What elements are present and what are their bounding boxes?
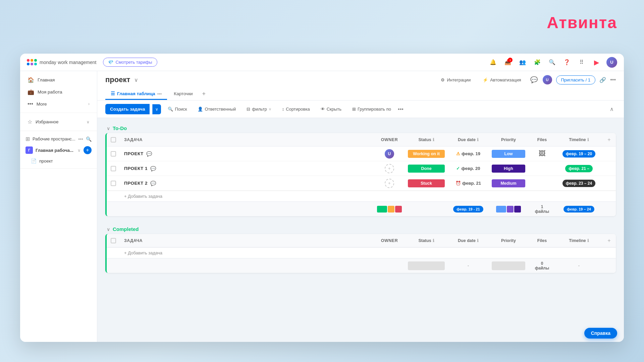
hide-button[interactable]: 👁 Скрыть — [317, 105, 345, 114]
header-status-label: Status — [418, 137, 431, 142]
row1-checkbox[interactable] — [111, 151, 116, 157]
completed-duedate-info-icon[interactable]: ℹ — [477, 238, 479, 243]
brand-name: Атвинта — [547, 14, 617, 32]
grid-icon[interactable]: ⠿ — [577, 58, 586, 67]
brand-watermark: Атвинта — [547, 13, 617, 32]
row3-chat-icon[interactable]: 💬 — [150, 181, 156, 186]
people-icon[interactable]: 👥 — [518, 58, 527, 67]
row3-timeline[interactable]: февр. 23 – 24 — [555, 180, 602, 187]
integrations-button[interactable]: ⚙ Интеграции — [437, 75, 475, 84]
add-tab-button[interactable]: + — [200, 88, 209, 100]
header-add[interactable]: + — [602, 137, 616, 143]
completed-select-all[interactable] — [111, 238, 116, 243]
row1-files[interactable]: 🖼 — [529, 150, 555, 158]
filter-dropdown-icon: ∨ — [269, 107, 271, 111]
search-icon[interactable]: 🔍 — [547, 58, 557, 67]
row1-timeline-badge: февр. 19 – 20 — [562, 150, 595, 158]
row2-check[interactable] — [107, 166, 120, 171]
search-workspaces-icon[interactable]: 🔍 — [86, 136, 92, 142]
status-info-icon[interactable]: ℹ — [433, 137, 434, 142]
user-avatar[interactable]: U — [606, 57, 617, 68]
view-plans-button[interactable]: 💎 Смотреть тарифы — [103, 58, 157, 67]
tab-cards[interactable]: Карточки — [168, 88, 198, 100]
files-count-label: 1 файлы — [535, 204, 549, 214]
sidebar-item-main-workspace[interactable]: Г Главная рабоча... ∨ + — [20, 144, 97, 156]
more-dots-workspaces[interactable]: ••• — [78, 136, 83, 142]
sidebar-item-workspaces[interactable]: ⊞ Рабочие пространс... ••• 🔍 — [20, 134, 97, 144]
completed-status-info-icon[interactable]: ℹ — [433, 238, 434, 243]
filter-button[interactable]: ⊟ фильтр ∨ — [243, 105, 275, 114]
home-icon: 🏠 — [28, 77, 34, 83]
row3-checkbox[interactable] — [111, 181, 116, 186]
row1-timeline[interactable]: февр. 19 – 20 — [555, 150, 602, 158]
duedate-info-icon[interactable]: ℹ — [477, 137, 479, 142]
brand-logo-icon[interactable]: ▶ — [592, 58, 601, 67]
row1-status[interactable]: Working on it — [405, 150, 448, 158]
tab-main-table[interactable]: ☰ Главная таблица ••• — [105, 88, 167, 100]
tab-more-icon[interactable]: ••• — [157, 91, 162, 96]
inbox-icon[interactable]: 📥 1 — [503, 58, 513, 67]
toolbar-more-icon[interactable]: ••• — [398, 106, 404, 112]
more-options-icon[interactable]: ••• — [610, 77, 616, 83]
header-priority: Priority — [488, 137, 529, 142]
project-dropdown-icon[interactable]: ∨ — [134, 77, 138, 83]
automation-button[interactable]: ⚡ Автоматизация — [479, 75, 525, 84]
project-header: проект ∨ ⚙ Интеграции ⚡ Автоматизация 💬 … — [97, 71, 624, 101]
group-todo-toggle[interactable]: ∨ — [107, 126, 110, 131]
sidebar-item-mywork[interactable]: 💼 Моя работа — [22, 86, 95, 98]
row2-timeline[interactable]: февр. 21 – — [555, 165, 602, 172]
row1-file-icon: 🖼 — [539, 150, 545, 158]
logo-area: monday work management — [27, 59, 96, 65]
row3-status[interactable]: Stuck — [405, 179, 448, 187]
sidebar-item-more[interactable]: ••• More › — [22, 98, 95, 110]
row2-checkbox[interactable] — [111, 166, 116, 171]
notification-bell-icon[interactable]: 🔔 — [488, 58, 498, 67]
group-by-button[interactable]: ⊞ Группировать по — [348, 105, 395, 114]
timeline-info-icon[interactable]: ℹ — [587, 137, 589, 142]
owner-button[interactable]: 👤 Ответственный — [194, 105, 240, 114]
collapse-button[interactable]: ∧ — [608, 104, 616, 114]
top-bar-icons: 🔔 📥 1 👥 🧩 🔍 ❓ ⠿ ▶ U — [488, 57, 617, 68]
add-task-row-completed[interactable]: + Добавить задача — [107, 247, 616, 258]
completed-header-check[interactable] — [107, 238, 120, 243]
help-icon[interactable]: ❓ — [562, 58, 572, 67]
sidebar-item-home[interactable]: 🏠 Главная — [22, 74, 95, 86]
row2-status[interactable]: Done — [405, 165, 448, 173]
select-all-checkbox[interactable] — [111, 137, 116, 142]
create-task-button[interactable]: Создать задача — [105, 104, 150, 114]
group-todo-title: To-Do — [113, 125, 127, 131]
row2-priority[interactable]: High — [488, 165, 529, 173]
create-task-dropdown-button[interactable]: ∨ — [152, 104, 161, 114]
search-button[interactable]: 🔍 Поиск — [164, 105, 191, 114]
completed-priority-summary — [488, 261, 529, 270]
row1-chat-icon[interactable]: 💬 — [146, 151, 152, 157]
row3-priority[interactable]: Medium — [488, 179, 529, 187]
main-table-label: Главная таблица — [117, 91, 155, 96]
row2-chat-icon[interactable]: 💬 — [150, 166, 156, 171]
add-workspace-button[interactable]: + — [84, 146, 92, 154]
completed-summary-row: - 0 файлы - — [107, 258, 616, 273]
priority-summary — [488, 206, 529, 213]
row3-check[interactable] — [107, 181, 120, 186]
row1-check[interactable] — [107, 151, 120, 157]
completed-header-task: Задача — [120, 238, 374, 243]
completed-header-add[interactable]: + — [602, 238, 616, 244]
sidebar-item-favorites[interactable]: ☆ Избранное ∨ — [22, 116, 95, 128]
group-completed-toggle[interactable]: ∨ — [107, 227, 110, 232]
help-button[interactable]: Справка — [584, 328, 617, 339]
table-area[interactable]: ∨ To-Do Задача Owner Status — [97, 118, 624, 342]
workspace-avatar: Г — [25, 146, 33, 154]
add-task-row-todo[interactable]: + Добавить задача — [107, 191, 616, 201]
sort-button[interactable]: ↕ Сортировка — [278, 105, 314, 114]
sidebar-workspaces-section: ⊞ Рабочие пространс... ••• 🔍 Г Главная р… — [20, 131, 97, 169]
invite-button[interactable]: Пригласить / 1 — [556, 75, 596, 84]
completed-header-owner: Owner — [374, 238, 405, 243]
sidebar-item-project[interactable]: 📄 проект — [20, 156, 97, 166]
completed-timeline-info-icon[interactable]: ℹ — [587, 238, 589, 243]
row1-priority[interactable]: Low — [488, 150, 529, 158]
chevron-down-workspace-icon: ∨ — [77, 148, 81, 153]
apps-store-icon[interactable]: 🧩 — [533, 58, 542, 67]
link-icon[interactable]: 🔗 — [599, 77, 606, 83]
chat-project-icon[interactable]: 💬 — [529, 75, 539, 84]
header-check[interactable] — [107, 137, 120, 142]
